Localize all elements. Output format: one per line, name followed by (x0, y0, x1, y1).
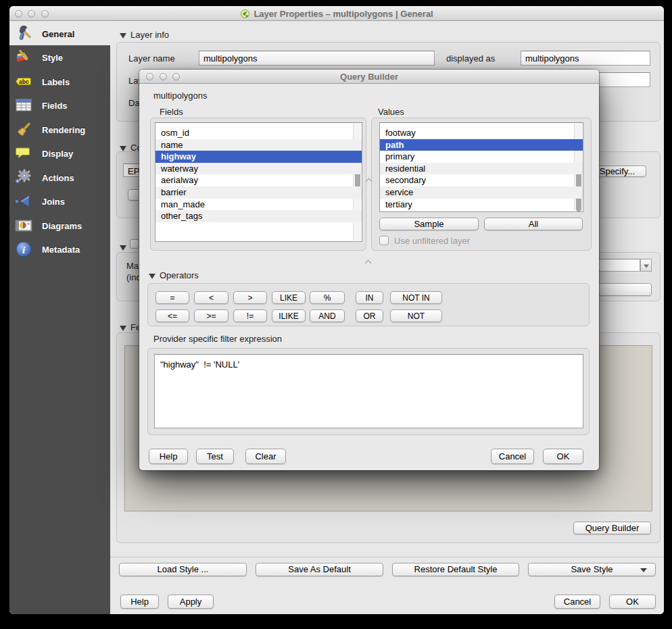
save-as-default-button[interactable]: Save As Default (256, 563, 383, 576)
operator-button-<=[interactable]: <= (155, 309, 189, 322)
abc-tag-icon: abc (14, 72, 33, 91)
sidebar-item-style[interactable]: Style (9, 46, 110, 70)
list-item-residential[interactable]: residential (380, 163, 583, 175)
list-item-waterway[interactable]: waterway (155, 163, 362, 175)
svg-text:abc: abc (19, 78, 29, 85)
scale-visibility-header[interactable] (120, 242, 130, 252)
help-button[interactable]: Help (120, 595, 159, 609)
scale-inclusive-label: (inc (126, 272, 141, 282)
operator-button->[interactable]: > (233, 291, 267, 304)
collapse-triangle-icon (149, 274, 155, 279)
list-item-man_made[interactable]: man_made (155, 199, 362, 211)
fields-list[interactable]: osm_idnamehighwaywaterwayaerialwaybarrie… (155, 122, 362, 242)
cancel-button[interactable]: Cancel (554, 595, 600, 609)
table-icon (14, 96, 33, 115)
query-builder-button[interactable]: Query Builder (573, 522, 651, 534)
datasource-label: multipolygons (153, 91, 208, 101)
values-label: Values (378, 107, 404, 117)
use-unfiltered-checkbox[interactable] (379, 236, 389, 245)
expression-textarea[interactable]: "highway" != 'NULL' (154, 354, 583, 428)
splitter-chevron-icon[interactable] (365, 260, 372, 267)
list-item-highway[interactable]: highway (155, 151, 362, 163)
sidebar-item-general[interactable]: General (9, 22, 110, 45)
operator-button-not[interactable]: NOT (390, 309, 442, 322)
dialog-titlebar[interactable]: Query Builder (139, 70, 599, 84)
operator-button-and[interactable]: AND (310, 309, 345, 322)
list-item-tertiary[interactable]: tertiary (380, 199, 583, 211)
window-titlebar[interactable]: Layer Properties – multipolygons | Gener… (9, 6, 664, 21)
displayed-as-label: displayed as (446, 53, 495, 64)
all-button[interactable]: All (484, 218, 583, 230)
restore-default-style-button[interactable]: Restore Default Style (392, 563, 519, 576)
info-icon: i (14, 240, 33, 259)
sidebar: GeneralStyleabcLabelsFieldsRenderingDisp… (9, 22, 110, 614)
dialog-clear-button[interactable]: Clear (245, 449, 286, 464)
fields-label: Fields (160, 107, 183, 117)
sidebar-item-label: Metadata (42, 245, 80, 255)
sidebar-item-label: General (42, 28, 74, 39)
operator-button->=[interactable]: >= (194, 309, 229, 322)
scale-visibility-checkbox[interactable] (130, 239, 139, 249)
operator-button-not-in[interactable]: NOT IN (390, 291, 442, 304)
sidebar-item-label: Joins (42, 197, 65, 207)
ok-button[interactable]: OK (609, 595, 656, 609)
layer-name-input[interactable]: multipolygons (199, 51, 435, 66)
collapse-triangle-icon (120, 33, 126, 39)
sidebar-item-label: Rendering (42, 124, 85, 134)
operator-button-!=[interactable]: != (233, 309, 267, 322)
operator-button-in[interactable]: IN (356, 291, 383, 304)
tools-icon (14, 24, 33, 43)
values-list[interactable]: footwaypathprimaryresidentialsecondaryse… (379, 122, 583, 212)
window-title: Layer Properties – multipolygons | Gener… (9, 6, 664, 21)
load-style-button[interactable]: Load Style ... (119, 563, 247, 576)
operator-button-<[interactable]: < (194, 291, 229, 304)
screenshot-stage: Layer Properties – multipolygons | Gener… (0, 0, 672, 629)
list-item-secondary[interactable]: secondary (380, 174, 583, 186)
dialog-cancel-button[interactable]: Cancel (491, 449, 534, 464)
list-item-service[interactable]: service (380, 186, 583, 199)
sidebar-item-label: Labels (42, 76, 70, 86)
sidebar-item-metadata[interactable]: iMetadata (9, 238, 110, 261)
sidebar-item-actions[interactable]: Actions (9, 166, 110, 189)
list-item-osm_id[interactable]: osm_id (155, 127, 362, 139)
list-item-primary[interactable]: primary (380, 151, 583, 163)
operator-button-=[interactable]: = (155, 291, 189, 304)
funnel-icon (14, 192, 33, 211)
operator-button-ilike[interactable]: ILIKE (272, 309, 306, 322)
displayed-as-input[interactable]: multipolygons (521, 51, 650, 66)
chart-picture-icon (14, 216, 33, 235)
feature-subset-header[interactable]: Fe (120, 322, 141, 332)
list-item-aerialway[interactable]: aerialway (155, 174, 362, 186)
apply-button[interactable]: Apply (168, 595, 214, 609)
save-style-button[interactable]: Save Style (528, 563, 656, 576)
list-item-barrier[interactable]: barrier (155, 186, 362, 199)
list-item-other_tags[interactable]: other_tags (155, 210, 362, 222)
sidebar-item-rendering[interactable]: Rendering (9, 118, 110, 141)
operators-header[interactable]: Operators (149, 270, 199, 280)
sidebar-item-diagrams[interactable]: Diagrams (9, 213, 110, 237)
sidebar-item-joins[interactable]: Joins (9, 190, 110, 213)
sample-button[interactable]: Sample (379, 218, 479, 230)
sidebar-item-labels[interactable]: abcLabels (9, 70, 110, 93)
layer-info-header[interactable]: Layer info (120, 30, 169, 40)
paintbrush-icon (14, 48, 33, 67)
sidebar-item-fields[interactable]: Fields (9, 94, 110, 118)
collapse-triangle-icon (120, 245, 126, 251)
dropdown-arrow-icon (640, 568, 647, 572)
sidebar-item-label: Diagrams (42, 220, 82, 230)
sidebar-item-label: Fields (42, 101, 68, 111)
list-item-footway[interactable]: footway (380, 127, 583, 139)
scale-combo-arrow[interactable] (640, 259, 652, 272)
dialog-test-button[interactable]: Test (196, 449, 234, 464)
operator-button-like[interactable]: LIKE (272, 291, 306, 304)
dialog-ok-button[interactable]: OK (543, 449, 583, 464)
query-builder-dialog: Query Builder multipolygons Fields Value… (139, 70, 599, 470)
sidebar-item-display[interactable]: Display (9, 142, 110, 166)
dialog-help-button[interactable]: Help (149, 449, 188, 464)
list-item-name[interactable]: name (155, 139, 362, 151)
operator-button-%[interactable]: % (310, 291, 345, 304)
list-item-path[interactable]: path (380, 139, 583, 151)
sidebar-item-label: Style (42, 53, 63, 63)
gears-icon (14, 168, 33, 187)
operator-button-or[interactable]: OR (356, 309, 383, 322)
